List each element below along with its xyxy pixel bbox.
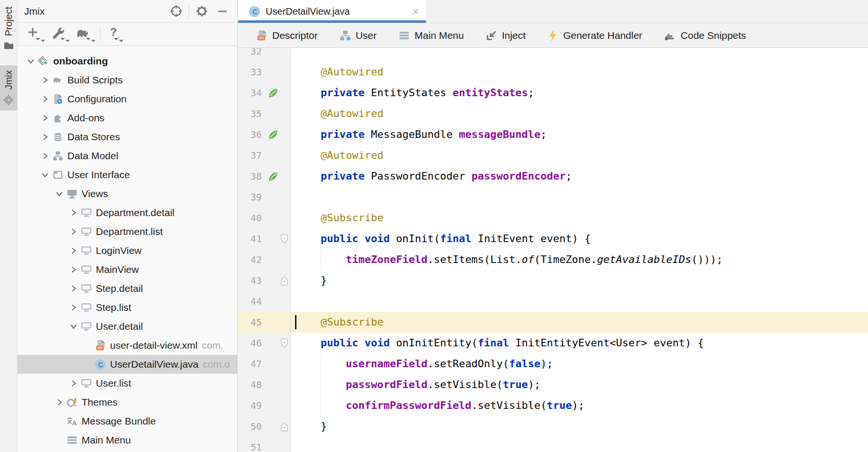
tree-item-loginview[interactable]: LoginView — [18, 241, 237, 260]
tree-item-main-menu[interactable]: Main Menu — [18, 431, 237, 450]
gutter[interactable]: 34 — [238, 82, 291, 103]
tree-item-user-detail[interactable]: User.detail — [18, 317, 237, 336]
chevron-right-icon[interactable] — [38, 152, 52, 160]
gutter[interactable]: 43 — [238, 270, 291, 291]
chevron-down-icon[interactable] — [24, 57, 37, 65]
code-text[interactable]: public void onInitEntity(final InitEntit… — [291, 333, 868, 353]
tree-item-user-interface[interactable]: User Interface — [18, 165, 237, 184]
fold-up-icon[interactable] — [280, 422, 288, 432]
close-tab-icon[interactable]: × — [412, 7, 419, 16]
tree-item-message-bundle[interactable]: AMessage Bundle — [18, 412, 237, 431]
code-line-36[interactable]: 36 private MessageBundle messageBundle; — [238, 124, 868, 145]
code-line-40[interactable]: 40 @Subscribe — [238, 208, 868, 228]
chevron-right-icon[interactable] — [67, 379, 80, 388]
gutter[interactable]: 41 — [238, 228, 291, 249]
chevron-right-icon[interactable] — [38, 114, 52, 122]
gutter[interactable]: 38 — [238, 166, 291, 187]
hide-tool-window-icon[interactable] — [212, 4, 232, 19]
tree-item-data-stores[interactable]: Data Stores — [18, 127, 237, 146]
gutter[interactable]: 45 — [238, 312, 291, 333]
stripe-tab-project[interactable]: Project — [0, 2, 17, 55]
code-text[interactable] — [291, 291, 868, 312]
code-text[interactable]: confirmPasswordField.setVisible(true); — [291, 395, 868, 416]
code-text[interactable]: } — [291, 270, 868, 291]
spring-bean-leaf-icon[interactable] — [268, 171, 278, 182]
code-text[interactable]: public void onInit(final InitEvent event… — [291, 228, 868, 249]
tree-item-data-model[interactable]: Data Model — [18, 146, 237, 165]
chevron-right-icon[interactable] — [67, 265, 80, 274]
fold-up-icon[interactable] — [280, 276, 288, 286]
code-text[interactable] — [291, 48, 868, 62]
tree-item-build-scripts[interactable]: Build Scripts — [18, 71, 237, 90]
add-button[interactable] — [24, 25, 46, 44]
toolbar-button-descriptor[interactable]: <>Descriptor — [256, 30, 318, 41]
code-text[interactable]: private MessageBundle messageBundle; — [291, 124, 868, 145]
stripe-tab-jmix[interactable]: Jmix — [0, 65, 17, 110]
code-line-34[interactable]: 34 private EntityStates entityStates; — [238, 82, 868, 103]
gutter[interactable]: 32 — [238, 48, 291, 62]
chevron-right-icon[interactable] — [67, 284, 80, 293]
code-text[interactable]: timeZoneField.setItems(List.of(TimeZone.… — [291, 249, 868, 270]
chevron-right-icon[interactable] — [67, 303, 80, 312]
code-text[interactable] — [291, 187, 868, 208]
code-line-50[interactable]: 50 } — [238, 416, 868, 437]
gradle-button[interactable] — [73, 25, 96, 44]
chevron-right-icon[interactable] — [67, 246, 80, 255]
tree-item-step-list[interactable]: Step.list — [18, 298, 237, 317]
chevron-right-icon[interactable] — [67, 208, 80, 217]
chevron-right-icon[interactable] — [53, 398, 66, 407]
code-line-43[interactable]: 43 } — [238, 270, 868, 291]
chevron-down-icon[interactable] — [53, 190, 66, 198]
code-line-42[interactable]: 42 timeZoneField.setItems(List.of(TimeZo… — [238, 249, 868, 270]
code-line-48[interactable]: 48 passwordField.setVisible(true); — [238, 374, 868, 395]
editor-tab-userdetailview[interactable]: C UserDetailView.java × — [238, 0, 426, 23]
tree-item-configuration[interactable]: Configuration — [18, 90, 237, 108]
target-icon[interactable] — [166, 3, 187, 19]
code-editor[interactable]: 3233 @Autowired34 private EntityStates e… — [238, 48, 868, 452]
gutter[interactable]: 48 — [238, 374, 291, 395]
code-text[interactable]: @Autowired — [291, 62, 868, 82]
code-line-45[interactable]: 45 @Subscribe — [238, 312, 868, 333]
tree-item-onboarding[interactable]: onboarding — [18, 52, 237, 71]
code-line-39[interactable]: 39 — [238, 187, 868, 208]
tree-item-user-detail-view-xml[interactable]: <>user-detail-view.xmlcom. — [18, 336, 237, 355]
gutter[interactable]: 49 — [238, 395, 291, 416]
tree-item-add-ons[interactable]: Add-ons — [18, 108, 237, 127]
toolbar-button-generate-handler[interactable]: Generate Handler — [547, 29, 642, 42]
gutter[interactable]: 46 — [238, 333, 291, 353]
chevron-right-icon[interactable] — [38, 95, 52, 103]
gutter[interactable]: 35 — [238, 103, 291, 124]
gutter[interactable]: 39 — [238, 187, 291, 208]
code-text[interactable]: private PasswordEncoder passwordEncoder; — [291, 166, 868, 187]
gutter[interactable]: 44 — [238, 291, 291, 312]
code-line-32[interactable]: 32 — [238, 48, 868, 62]
code-text[interactable]: @Autowired — [291, 145, 868, 166]
gutter[interactable]: 37 — [238, 145, 291, 166]
code-line-47[interactable]: 47 usernameField.setReadOnly(false); — [238, 353, 868, 374]
code-line-44[interactable]: 44 — [238, 291, 868, 312]
code-line-33[interactable]: 33 @Autowired — [238, 62, 868, 82]
code-text[interactable]: @Autowired — [291, 103, 868, 124]
gutter[interactable]: 50 — [238, 416, 291, 437]
tree-item-userdetailview-java[interactable]: CUserDetailView.javacom.o — [18, 355, 237, 374]
code-text[interactable]: @Subscribe — [291, 208, 868, 228]
toolbar-button-user[interactable]: User — [340, 30, 377, 41]
chevron-down-icon[interactable] — [67, 322, 80, 331]
build-tools-button[interactable] — [48, 25, 71, 44]
toolbar-button-code-snippets[interactable]: Code Snippets — [664, 30, 746, 41]
code-text[interactable]: passwordField.setVisible(true); — [291, 374, 868, 395]
fold-down-icon[interactable] — [280, 338, 288, 348]
chevron-right-icon[interactable] — [67, 227, 80, 236]
code-text[interactable]: usernameField.setReadOnly(false); — [291, 353, 868, 374]
tree-item-mainview[interactable]: MainView — [18, 260, 237, 279]
tree-item-step-detail[interactable]: Step.detail — [18, 279, 237, 298]
gutter[interactable]: 36 — [238, 124, 291, 145]
code-line-49[interactable]: 49 confirmPasswordField.setVisible(true)… — [238, 395, 868, 416]
tree-item-department-detail[interactable]: Department.detail — [18, 203, 237, 222]
code-line-38[interactable]: 38 private PasswordEncoder passwordEncod… — [238, 166, 868, 187]
code-text[interactable]: @Subscribe — [291, 312, 868, 333]
spring-bean-leaf-icon[interactable] — [268, 88, 278, 99]
chevron-right-icon[interactable] — [38, 133, 52, 141]
spring-bean-leaf-icon[interactable] — [268, 129, 278, 140]
gutter[interactable]: 42 — [238, 249, 291, 270]
